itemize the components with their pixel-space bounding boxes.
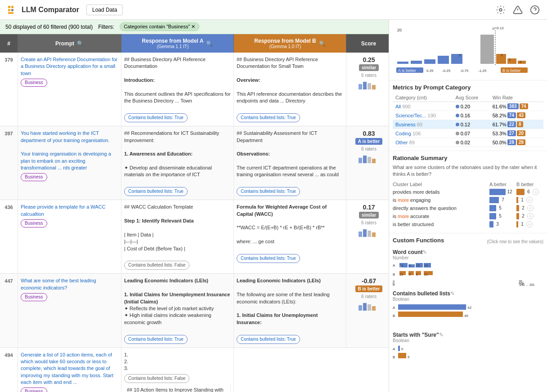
prompt-cell[interactable]: Generate a list of 10 action items, each… — [18, 348, 121, 392]
svg-rect-41 — [518, 61, 526, 64]
table-row[interactable]: 397 You have started working in the ICT … — [0, 126, 389, 200]
fn-edit-icon[interactable]: ✎ — [450, 290, 455, 297]
response-a-text: Leading Economic Indicators (LEIs)1. Ini… — [124, 277, 231, 326]
svg-rect-29 — [393, 23, 546, 75]
svg-rect-37 — [411, 61, 422, 64]
prompt-text[interactable]: What are some of the best leading econom… — [21, 278, 96, 290]
rationale-info-btn[interactable]: ○ — [526, 221, 533, 227]
table-row[interactable]: 436 Please provide a template for a WACC… — [0, 200, 389, 274]
col-prompt: Prompt 🔍 — [18, 34, 121, 53]
response-a-cell[interactable]: ## Recommendations for ICT Sustainabilit… — [121, 126, 234, 200]
metrics-cat[interactable]: Other 89 — [393, 138, 453, 147]
load-data-button[interactable]: Load Data — [86, 4, 123, 15]
response-a-cell[interactable]: ## WACC Calculation TemplateStep 1: Iden… — [121, 200, 234, 273]
metrics-row[interactable]: Business 60 0.12 61.7% 22 8 — [393, 120, 543, 129]
response-b-cell[interactable]: Formula for Weighted Average Cost of Cap… — [234, 200, 346, 273]
bulleted-b-tag: Contains bulleted lists: True — [237, 254, 300, 263]
score-badge: similar — [359, 212, 379, 218]
table-header: # Prompt 🔍 Response from Model A (Gemma … — [0, 34, 389, 53]
prompt-text[interactable]: Generate a list of 10 action items, each… — [21, 352, 113, 385]
table-body[interactable]: 379 Create an API Reference Documentatio… — [0, 53, 389, 392]
custom-fn-item[interactable]: Word count ✎ Number A 14 14 8 15 16 B 11… — [393, 249, 543, 287]
col-model-a: Response from Model A (Gemma 1.1 IT) 🔍 — [121, 34, 234, 53]
response-b-cell[interactable]: ## Sustainability Assessment for ICT Dep… — [234, 126, 346, 200]
svg-text:40: 40 — [464, 314, 468, 318]
response-a-cell[interactable]: Leading Economic Indicators (LEIs)1. Ini… — [121, 274, 234, 347]
metrics-row[interactable]: Other 89 0.02 50.0% 28 28 — [393, 138, 543, 147]
prompt-cell[interactable]: What are some of the best leading econom… — [18, 274, 121, 347]
metrics-win: 53.3% 27 20 — [490, 129, 543, 138]
metrics-cat[interactable]: All 900 — [393, 102, 453, 111]
rationale-label: provides more details — [393, 189, 489, 195]
mini-bar-chart — [358, 227, 380, 238]
response-b-cell[interactable]: Leading Economic Indicators (LEIs)The fo… — [234, 274, 346, 347]
alert-icon[interactable] — [513, 5, 523, 15]
filter-summary: 50 displayed of 60 filtered (900 total) — [5, 24, 93, 30]
filter-tag[interactable]: Categories contain "Business" ✕ — [120, 22, 199, 31]
svg-text:μ=0.12: μ=0.12 — [493, 26, 504, 30]
metrics-table: Category (cnt) Avg Score Win Rate All 90… — [393, 94, 543, 147]
metrics-row[interactable]: Science/Tec... 190 0.16 58.2% 74 43 — [393, 111, 543, 120]
svg-rect-36 — [424, 59, 435, 64]
metrics-title: Metrics by Prompt Category — [393, 84, 543, 91]
fn-edit-icon[interactable]: ✎ — [439, 332, 444, 338]
prompt-text[interactable]: Please provide a template for a WACC cal… — [21, 204, 106, 216]
svg-text:16: 16 — [424, 264, 428, 267]
click-hint: (Click row to see the values) — [487, 239, 543, 244]
svg-text:0: 0 — [401, 347, 404, 351]
svg-text:A: A — [393, 347, 395, 351]
response-a-cell[interactable]: 1. 2. 3. Contains bulleted lists: False … — [121, 348, 234, 392]
settings-icon[interactable] — [496, 5, 506, 15]
response-b-cell[interactable]: ## 10 Action Items to Improve Standing w… — [124, 383, 231, 392]
metrics-cat[interactable]: Business 60 — [393, 120, 453, 129]
prompt-category-tag[interactable]: Business — [21, 79, 47, 87]
custom-fn-item[interactable]: Starts with "Sure" ✎ Boolean A 0 B 5 — [393, 332, 543, 370]
svg-rect-31 — [480, 35, 494, 64]
table-row[interactable]: 494 Generate a list of 10 action items, … — [0, 348, 389, 392]
rationale-row: provides more details 12 6 ○ — [393, 189, 543, 195]
prompt-text[interactable]: You have started working in the ICT depa… — [21, 130, 111, 170]
prompt-category-tag[interactable]: Business — [21, 293, 47, 301]
prompt-text[interactable]: Create an API Reference Documentation fo… — [21, 57, 117, 76]
model-b-search-icon[interactable]: 🔍 — [319, 40, 326, 47]
svg-rect-88 — [398, 346, 400, 351]
svg-rect-11 — [368, 83, 371, 89]
fn-chart: A 42 B 40 — [393, 303, 543, 328]
col-model-b: Response from Model B (Gemma 1.0 IT) 🔍 — [234, 34, 346, 53]
table-row[interactable]: 447 What are some of the best leading ec… — [0, 274, 389, 347]
help-icon[interactable] — [530, 5, 540, 15]
raters-count: 6 raters — [361, 220, 377, 225]
col-score: Score — [346, 34, 389, 53]
score-badge: B is better — [355, 285, 383, 292]
response-a-cell[interactable]: ## Business Directory API Reference Docu… — [121, 53, 234, 126]
prompt-category-tag[interactable]: Business — [21, 219, 47, 227]
model-a-search-icon[interactable]: 🔍 — [206, 40, 213, 47]
prompt-cell[interactable]: Create an API Reference Documentation fo… — [18, 53, 121, 126]
rationale-info-btn[interactable]: ○ — [527, 213, 534, 219]
fn-type: Boolean — [393, 338, 543, 343]
metrics-row[interactable]: All 900 0.20 61.6% 383 74 — [393, 102, 543, 111]
metrics-cat[interactable]: Science/Tec... 190 — [393, 111, 453, 120]
prompt-cell[interactable]: Please provide a template for a WACC cal… — [18, 200, 121, 273]
rationale-info-btn[interactable]: ○ — [533, 189, 539, 195]
score-value: 0.17 — [363, 204, 375, 211]
response-b-text: Formula for Weighted Average Cost of Cap… — [237, 204, 343, 245]
prompt-search-icon[interactable]: 🔍 — [77, 40, 84, 47]
response-b-cell[interactable]: ## Business Directory API Reference Docu… — [234, 53, 346, 126]
metrics-row[interactable]: Coding 106 0.07 53.3% 27 20 — [393, 129, 543, 138]
starts-with-: A 0 B 5 — [393, 345, 537, 363]
prompt-category-tag[interactable]: Business — [21, 173, 47, 181]
rationale-section: Rationale Summary What are some clusters… — [389, 151, 547, 233]
prompt-cell[interactable]: You have started working in the ICT depa… — [18, 126, 121, 200]
svg-text:B: B — [393, 314, 395, 318]
table-row[interactable]: 379 Create an API Reference Documentatio… — [0, 53, 389, 126]
svg-rect-16 — [372, 159, 376, 163]
custom-fn-item[interactable]: Contains bulleted lists ✎ Boolean A 42 B… — [393, 290, 543, 328]
rationale-info-btn[interactable]: ○ — [527, 205, 534, 211]
fn-edit-icon[interactable]: ✎ — [422, 249, 427, 255]
metrics-cat[interactable]: Coding 106 — [393, 129, 453, 138]
prompt-category-tag[interactable]: Business — [21, 388, 47, 392]
svg-text:A: A — [393, 263, 395, 267]
rationale-info-btn[interactable]: ○ — [526, 197, 533, 203]
row-num: 379 — [0, 53, 18, 126]
